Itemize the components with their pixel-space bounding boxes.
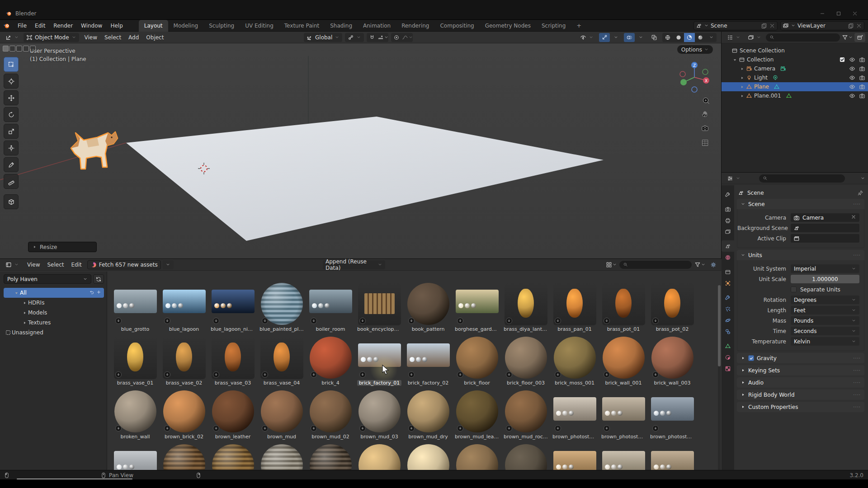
asset-thumbnail[interactable] [602, 390, 645, 433]
asset-item[interactable] [453, 444, 501, 470]
expand-arrow-icon[interactable] [21, 300, 28, 305]
disable-in-renders-toggle[interactable] [859, 84, 865, 90]
outliner-item-camera[interactable]: Camera [722, 64, 868, 73]
asset-thumbnail[interactable] [651, 336, 694, 379]
transform-orientation-dropdown[interactable]: Global [304, 33, 342, 42]
panel-drag-dots[interactable]: ···· [853, 368, 861, 373]
asset-item-brown_mud_03[interactable]: brown_mud_03 [355, 390, 404, 444]
id-field-camera[interactable]: Camera [791, 213, 859, 222]
properties-tab-particles[interactable] [722, 303, 734, 314]
disable-in-renders-toggle[interactable] [859, 93, 865, 99]
workspace-tab-texture-paint[interactable]: Texture Paint [279, 20, 325, 32]
unlink-scene-icon[interactable] [769, 23, 775, 29]
outliner-item-light[interactable]: Light [722, 73, 868, 82]
expand-arrow-icon[interactable] [21, 310, 28, 315]
expand-arrow-icon[interactable] [13, 291, 20, 296]
outliner-search-input[interactable] [766, 33, 840, 42]
snap-settings-dropdown[interactable] [377, 33, 388, 42]
asset-search-input[interactable] [619, 261, 692, 269]
properties-tab-material[interactable] [722, 352, 734, 363]
tool-scale[interactable] [4, 124, 19, 139]
scene-selector[interactable]: Scene [693, 21, 778, 30]
properties-tab-collection[interactable] [722, 266, 734, 277]
asset-item[interactable] [404, 444, 453, 470]
asset-thumbnail[interactable] [212, 282, 255, 325]
outliner-filter-id-dropdown[interactable] [745, 33, 764, 42]
asset-thumbnail[interactable] [456, 282, 499, 325]
outliner-item-scene collection[interactable]: Scene Collection [722, 46, 868, 55]
asset-thumbnail[interactable] [505, 390, 547, 433]
asset-item-brown_brick_02[interactable]: brown_brick_02 [160, 390, 208, 444]
dropdown-unit-system[interactable]: Imperial [791, 264, 859, 273]
asset-item-broken_wall[interactable]: broken_wall [111, 390, 160, 444]
tool-cursor[interactable] [4, 74, 19, 89]
asset-item-brick_factory_01[interactable]: brick_factory_01 [355, 336, 404, 390]
tool-select-box[interactable] [4, 57, 19, 72]
asset-item-blue_lagoon[interactable]: blue_lagoon [160, 282, 208, 336]
tool-rotate[interactable] [4, 107, 19, 122]
outliner-item-plane-001[interactable]: Plane.001 [722, 91, 868, 100]
asset-item-brick_floor[interactable]: brick_floor [453, 336, 501, 390]
clear-icon[interactable] [850, 214, 857, 221]
catalog-hdris[interactable]: HDRIs [4, 298, 104, 308]
asset-thumbnail[interactable] [114, 336, 157, 379]
asset-thumbnail[interactable] [456, 336, 499, 379]
chevron-down-icon[interactable] [860, 176, 865, 181]
overlays-dropdown[interactable] [635, 33, 646, 42]
asset-item-brick_moss_001[interactable]: brick_moss_001 [550, 336, 599, 390]
asset-thumbnail[interactable] [602, 282, 645, 325]
tool-annotate[interactable] [4, 157, 19, 172]
asset-item-blue_grotto[interactable]: blue_grotto [111, 282, 160, 336]
show-object-types-dropdown[interactable] [577, 33, 596, 42]
properties-tab-constraints[interactable] [722, 326, 734, 337]
asset-item-brass_vase_01[interactable]: brass_vase_01 [111, 336, 160, 390]
asset-thumbnail[interactable] [407, 282, 450, 325]
workspace-tab-shading[interactable]: Shading [325, 20, 358, 32]
properties-tab-scene[interactable] [722, 240, 734, 252]
panel-units-header[interactable]: Units ···· [737, 250, 864, 260]
asset-menu-view[interactable]: View [24, 260, 43, 269]
dropdown-temperature[interactable]: Kelvin [791, 337, 859, 346]
asset-thumbnail[interactable] [651, 282, 694, 325]
asset-thumbnail[interactable] [163, 336, 206, 379]
number-field-unit-scale[interactable]: 1.000000 [791, 275, 859, 283]
asset-thumbnail[interactable] [212, 336, 255, 379]
expand-arrow-icon[interactable] [731, 57, 738, 62]
asset-item-brick_factory_02[interactable]: brick_factory_02 [404, 336, 453, 390]
asset-item-brown_photostudio[interactable]: brown_photostudio... [648, 390, 697, 444]
workspace-tab-scripting[interactable]: Scripting [536, 20, 571, 32]
menu-render[interactable]: Render [49, 21, 77, 30]
viewport-canvas[interactable]: Z X User Perspective (1) Collection | Pl… [0, 43, 721, 258]
asset-settings-gear-icon[interactable] [708, 260, 719, 269]
asset-item-brass_vase_02[interactable]: brass_vase_02 [160, 336, 208, 390]
asset-item-brown_photostudio[interactable]: brown_photostudio... [550, 390, 599, 444]
workspace-tab-modeling[interactable]: Modeling [168, 20, 204, 32]
asset-item[interactable] [306, 444, 355, 470]
display-size-dropdown[interactable] [606, 260, 617, 269]
panel-scene-header[interactable]: Scene ···· [737, 199, 864, 209]
asset-item-borghese_gardens[interactable]: borghese_gardens [453, 282, 501, 336]
asset-item-brick_wall_003[interactable]: brick_wall_003 [648, 336, 697, 390]
asset-thumbnail[interactable] [553, 390, 596, 433]
asset-thumbnail[interactable] [114, 390, 157, 433]
disable-in-renders-toggle[interactable] [859, 75, 865, 81]
menu-window[interactable]: Window [77, 21, 106, 30]
asset-item-brown_mud_dry[interactable]: brown_mud_dry [404, 390, 453, 444]
asset-item-book_pattern[interactable]: book_pattern [404, 282, 453, 336]
import-method-dropdown[interactable]: Append (Reuse Data) [323, 260, 385, 269]
viewport-menu-view[interactable]: View [81, 33, 101, 42]
undo-icon[interactable] [90, 290, 94, 296]
hide-in-viewport-toggle[interactable] [849, 75, 855, 81]
asset-item[interactable] [599, 444, 648, 470]
asset-thumbnail[interactable] [505, 444, 547, 470]
menu-file[interactable]: File [14, 21, 31, 30]
catalog-all[interactable]: All [4, 288, 104, 298]
panel-header-custom-properties[interactable]: Custom Properties···· [737, 402, 864, 412]
select-mode-extend[interactable] [9, 46, 15, 52]
expand-arrow-icon[interactable] [739, 84, 745, 89]
panel-header-keying-sets[interactable]: Keying Sets···· [737, 365, 864, 375]
proportional-editing-toggle-icon[interactable] [391, 33, 402, 42]
workspace-tab-layout[interactable]: Layout [139, 20, 168, 32]
asset-item-brass_pan_01[interactable]: brass_pan_01 [550, 282, 599, 336]
properties-tab-render[interactable] [722, 203, 734, 215]
